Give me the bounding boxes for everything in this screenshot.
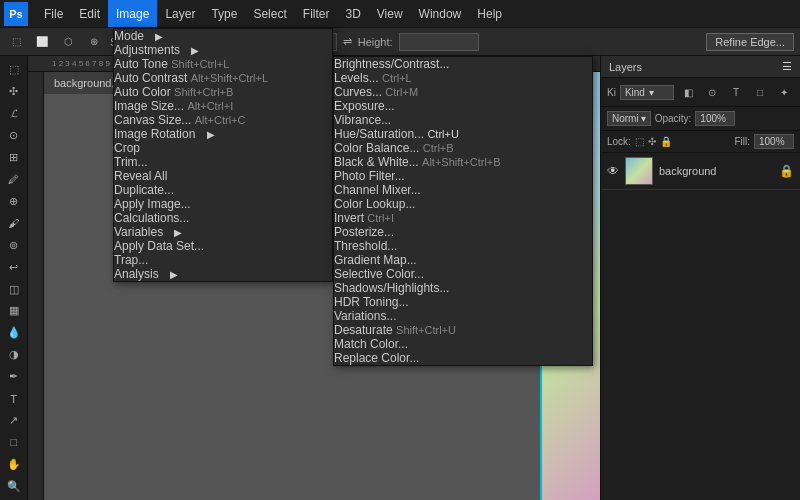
- invert-shortcut: Ctrl+I: [367, 212, 394, 224]
- pen-tool[interactable]: ✒: [3, 367, 25, 387]
- menu-item-levels[interactable]: Levels... Ctrl+L: [334, 71, 592, 85]
- fill-input[interactable]: 100%: [754, 134, 794, 149]
- menu-item-variables[interactable]: Variables ▶: [114, 225, 332, 239]
- adjustment-filter-icon[interactable]: ⊙: [702, 82, 722, 102]
- menu-item-adjustments[interactable]: Adjustments ▶: [114, 43, 332, 57]
- menu-item-canvas-size[interactable]: Canvas Size... Alt+Ctrl+C: [114, 113, 332, 127]
- history-brush[interactable]: ↩: [3, 257, 25, 277]
- menu-file[interactable]: File: [36, 0, 71, 27]
- blur-tool[interactable]: 💧: [3, 323, 25, 343]
- menu-item-invert[interactable]: Invert Ctrl+I: [334, 211, 592, 225]
- menu-item-threshold[interactable]: Threshold...: [334, 239, 592, 253]
- menu-item-trim[interactable]: Trim...: [114, 155, 332, 169]
- menu-item-shadows-highlights[interactable]: Shadows/Highlights...: [334, 281, 592, 295]
- menu-item-vibrance[interactable]: Vibrance...: [334, 113, 592, 127]
- clone-tool[interactable]: ⊚: [3, 235, 25, 255]
- menu-item-color-balance[interactable]: Color Balance... Ctrl+B: [334, 141, 592, 155]
- crop-tool[interactable]: ⊞: [3, 148, 25, 168]
- menu-3d[interactable]: 3D: [337, 0, 368, 27]
- dodge-tool[interactable]: ◑: [3, 345, 25, 365]
- menu-filter[interactable]: Filter: [295, 0, 338, 27]
- menu-item-auto-tone[interactable]: Auto Tone Shift+Ctrl+L: [114, 57, 332, 71]
- menu-item-replace-color[interactable]: Replace Color...: [334, 351, 592, 365]
- selection-icon4[interactable]: ⊕: [84, 32, 104, 52]
- brush-tool[interactable]: 🖌: [3, 213, 25, 233]
- marquee-tool[interactable]: ⬚: [3, 60, 25, 80]
- menu-item-photo-filter[interactable]: Photo Filter...: [334, 169, 592, 183]
- photo-filter-label: Photo Filter...: [334, 169, 405, 183]
- eye-icon[interactable]: 👁: [607, 164, 619, 178]
- menu-item-color-lookup[interactable]: Color Lookup...: [334, 197, 592, 211]
- gradient-tool[interactable]: ▦: [3, 301, 25, 321]
- eyedropper-tool[interactable]: 🖉: [3, 170, 25, 190]
- text-tool[interactable]: T: [3, 389, 25, 409]
- blend-mode-dropdown[interactable]: Normi ▾: [607, 111, 651, 126]
- menu-item-trap[interactable]: Trap...: [114, 253, 332, 267]
- shape-filter-icon[interactable]: □: [750, 82, 770, 102]
- menu-image[interactable]: Image: [108, 0, 157, 27]
- menu-item-desaturate[interactable]: Desaturate Shift+Ctrl+U: [334, 323, 592, 337]
- move-tool[interactable]: ✣: [3, 82, 25, 102]
- menu-item-auto-color[interactable]: Auto Color Shift+Ctrl+B: [114, 85, 332, 99]
- menu-item-curves[interactable]: Curves... Ctrl+M: [334, 85, 592, 99]
- menu-layer[interactable]: Layer: [157, 0, 203, 27]
- eraser-tool[interactable]: ◫: [3, 279, 25, 299]
- layer-item-background[interactable]: 👁 background 🔒: [601, 153, 800, 190]
- lock-pixels-icon[interactable]: ⬚: [635, 136, 644, 147]
- hand-tool[interactable]: ✋: [3, 454, 25, 474]
- menu-view[interactable]: View: [369, 0, 411, 27]
- lock-icon: 🔒: [779, 164, 794, 178]
- menu-help[interactable]: Help: [469, 0, 510, 27]
- menu-item-channel-mixer[interactable]: Channel Mixer...: [334, 183, 592, 197]
- zoom-tool[interactable]: 🔍: [3, 476, 25, 496]
- menu-item-image-rotation[interactable]: Image Rotation ▶: [114, 127, 332, 141]
- menu-item-black-white[interactable]: Black & White... Alt+Shift+Ctrl+B: [334, 155, 592, 169]
- lock-move-icon[interactable]: ✣: [648, 136, 656, 147]
- smart-filter-icon[interactable]: ✦: [774, 82, 794, 102]
- menu-type[interactable]: Type: [203, 0, 245, 27]
- lock-all-icon[interactable]: 🔒: [660, 136, 672, 147]
- menu-item-duplicate[interactable]: Duplicate...: [114, 183, 332, 197]
- type-filter-icon[interactable]: T: [726, 82, 746, 102]
- healing-tool[interactable]: ⊕: [3, 191, 25, 211]
- black-white-label: Black & White...: [334, 155, 419, 169]
- lasso-tool[interactable]: 𝓛: [3, 104, 25, 124]
- menu-item-analysis[interactable]: Analysis ▶: [114, 267, 332, 281]
- selection-tool-icon[interactable]: ⬚: [6, 32, 26, 52]
- shape-tool[interactable]: □: [3, 432, 25, 452]
- menu-item-selective-color[interactable]: Selective Color...: [334, 267, 592, 281]
- pixel-filter-icon[interactable]: ◧: [678, 82, 698, 102]
- menu-item-hue-saturation[interactable]: Hue/Saturation... Ctrl+U: [334, 127, 592, 141]
- path-select-tool[interactable]: ↗: [3, 411, 25, 431]
- menu-item-variations[interactable]: Variations...: [334, 309, 592, 323]
- menu-item-apply-data-set[interactable]: Apply Data Set...: [114, 239, 332, 253]
- selection-icon2[interactable]: ⬜: [32, 32, 52, 52]
- menu-select[interactable]: Select: [245, 0, 294, 27]
- selection-icon3[interactable]: ⬡: [58, 32, 78, 52]
- rotation-arrow: ▶: [207, 129, 215, 140]
- menu-item-brightness-contrast[interactable]: Brightness/Contrast...: [334, 57, 592, 71]
- menu-item-calculations[interactable]: Calculations...: [114, 211, 332, 225]
- menu-item-gradient-map[interactable]: Gradient Map...: [334, 253, 592, 267]
- menu-item-crop[interactable]: Crop: [114, 141, 332, 155]
- opacity-input[interactable]: 100%: [695, 111, 735, 126]
- menu-item-mode[interactable]: Mode ▶: [114, 29, 332, 43]
- layers-panel-menu-icon[interactable]: ☰: [782, 60, 792, 73]
- menu-item-image-size[interactable]: Image Size... Alt+Ctrl+I: [114, 99, 332, 113]
- menu-item-apply-image[interactable]: Apply Image...: [114, 197, 332, 211]
- menu-item-exposure[interactable]: Exposure...: [334, 99, 592, 113]
- menu-item-match-color[interactable]: Match Color...: [334, 337, 592, 351]
- menu-item-hdr-toning[interactable]: HDR Toning...: [334, 295, 592, 309]
- replace-color-label: Replace Color...: [334, 351, 419, 365]
- kind-dropdown[interactable]: Kind ▾: [620, 85, 674, 100]
- height-label: Height:: [358, 36, 393, 48]
- refine-edge-button[interactable]: Refine Edge...: [706, 33, 794, 51]
- menu-window[interactable]: Window: [411, 0, 470, 27]
- quick-select-tool[interactable]: ⊙: [3, 126, 25, 146]
- menu-item-posterize[interactable]: Posterize...: [334, 225, 592, 239]
- menu-item-auto-contrast[interactable]: Auto Contrast Alt+Shift+Ctrl+L: [114, 71, 332, 85]
- height-input[interactable]: [399, 33, 479, 51]
- menu-item-reveal-all[interactable]: Reveal All: [114, 169, 332, 183]
- desaturate-shortcut: Shift+Ctrl+U: [396, 324, 456, 336]
- menu-edit[interactable]: Edit: [71, 0, 108, 27]
